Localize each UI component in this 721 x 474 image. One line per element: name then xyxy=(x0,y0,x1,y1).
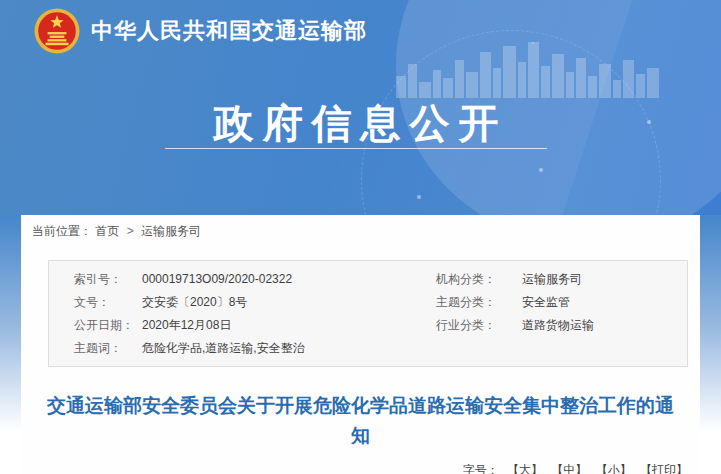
meta-value-industry-category: 道路货物运输 xyxy=(522,314,687,337)
meta-row-date-industry: 公开日期： 2020年12月08日 行业分类： 道路货物运输 xyxy=(49,314,687,337)
meta-label-doc-number: 文号： xyxy=(74,291,142,314)
site-title: 中华人民共和国交通运输部 xyxy=(91,16,367,46)
meta-label-keywords: 主题词： xyxy=(74,337,142,360)
content-panel: 当前位置： 首页 > 运输服务司 索引号： 000019713O09/2020-… xyxy=(21,215,700,474)
site-header: 中华人民共和国交通运输部 xyxy=(34,8,367,54)
meta-label-index-number: 索引号： xyxy=(74,268,142,291)
meta-value-topic-category: 安全监管 xyxy=(522,291,687,314)
font-size-controls: 字号： 【大】 【中】 【小】 【打印】 xyxy=(21,462,688,474)
font-size-small-button[interactable]: 【小】 xyxy=(596,463,632,474)
breadcrumb: 当前位置： 首页 > 运输服务司 xyxy=(21,215,700,239)
page-title: 政府信息公开 xyxy=(0,96,721,151)
page-header-banner: 中华人民共和国交通运输部 政府信息公开 xyxy=(0,0,721,215)
breadcrumb-separator: > xyxy=(127,224,134,238)
meta-value-keywords: 危险化学品,道路运输,安全整治 xyxy=(142,337,436,360)
print-button[interactable]: 【打印】 xyxy=(640,463,688,474)
meta-label-industry-category: 行业分类： xyxy=(436,314,522,337)
document-meta-table: 索引号： 000019713O09/2020-02322 机构分类： 运输服务司… xyxy=(48,260,688,367)
meta-row-index-org: 索引号： 000019713O09/2020-02322 机构分类： 运输服务司 xyxy=(49,268,687,291)
breadcrumb-item-department[interactable]: 运输服务司 xyxy=(141,224,201,238)
meta-value-doc-number: 交安委〔2020〕8号 xyxy=(142,291,436,314)
document-title: 交通运输部安全委员会关于开展危险化学品道路运输安全集中整治工作的通知 xyxy=(45,391,676,451)
meta-value-publish-date: 2020年12月08日 xyxy=(142,314,436,337)
city-skyline-icon xyxy=(396,42,666,98)
meta-label-org-category: 机构分类： xyxy=(436,268,522,291)
meta-value-index-number: 000019713O09/2020-02322 xyxy=(142,268,436,291)
meta-label-topic-category: 主题分类： xyxy=(436,291,522,314)
font-size-medium-button[interactable]: 【中】 xyxy=(551,463,587,474)
font-size-large-button[interactable]: 【大】 xyxy=(507,463,543,474)
meta-value-org-category: 运输服务司 xyxy=(522,268,687,291)
meta-row-keywords: 主题词： 危险化学品,道路运输,安全整治 xyxy=(49,337,687,360)
breadcrumb-item-home[interactable]: 首页 xyxy=(95,224,119,238)
meta-row-docnum-topic: 文号： 交安委〔2020〕8号 主题分类： 安全监管 xyxy=(49,291,687,314)
meta-label-publish-date: 公开日期： xyxy=(74,314,142,337)
national-emblem-icon xyxy=(34,8,80,54)
banner-underline xyxy=(165,148,547,149)
breadcrumb-label: 当前位置： xyxy=(32,224,92,238)
font-size-label: 字号： xyxy=(463,463,499,474)
